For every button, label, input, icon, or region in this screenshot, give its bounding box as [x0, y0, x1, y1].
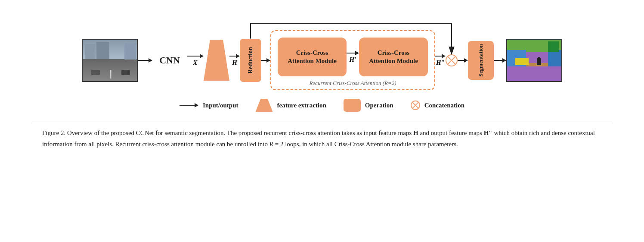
reduction-box: Reduction: [240, 39, 261, 82]
arrow-head-to-output: [502, 58, 506, 63]
arrow-head-x: [200, 54, 204, 58]
attention-box-1: Criss-CrossAttention Module: [278, 38, 347, 76]
caption-middle: and output feature maps: [418, 129, 484, 136]
car-right: [121, 70, 130, 75]
arrow-line-h: [229, 56, 236, 57]
diagram-wrapper: CNN X H: [17, 9, 627, 150]
legend-arrow-head: [195, 103, 198, 107]
legend-trap-shape: [256, 99, 273, 112]
arrow-h-wrapper: H: [229, 54, 240, 66]
legend-concat-label: Concatenation: [424, 102, 464, 109]
caption-suffix2: loops, in which all Criss-Cross Attentio…: [283, 141, 458, 148]
legend-rect-shape: [344, 99, 361, 112]
hprime-label: H′: [350, 56, 356, 63]
segmentation-box: Segmentation: [468, 41, 494, 80]
attention-label-1: Criss-CrossAttention Module: [288, 49, 337, 66]
segmentation-label: Segmentation: [477, 44, 484, 77]
arrow-head-into-dashed: [266, 58, 270, 63]
x-label: X: [193, 59, 197, 66]
arrow-hdouble: [435, 54, 446, 58]
output-image: [506, 39, 562, 82]
arrow-x: [187, 54, 204, 58]
building-left: [85, 44, 96, 59]
arrow-line-x: [187, 56, 200, 57]
hdouble-label: H″: [436, 59, 445, 66]
legend-operation: Operation: [344, 99, 393, 112]
legend-arrow: [180, 103, 198, 107]
seg-car: [515, 58, 529, 65]
arrow-head-to-seg: [464, 58, 468, 63]
arrow-to-output: [494, 58, 506, 63]
arrow-to-cnn: [138, 58, 152, 63]
building-center: [96, 42, 109, 59]
arrow-line-to-output: [494, 60, 502, 61]
arrow-hprime-wrapper: H′: [347, 51, 359, 63]
arrow-hdouble-wrapper: H″: [435, 54, 446, 66]
legend-feature-label: feature extraction: [277, 102, 326, 109]
legend-arrow-line: [180, 105, 195, 106]
seg-person: [537, 57, 541, 65]
caption: Figure 2. Overview of the proposed CCNet…: [42, 128, 602, 150]
concat-circle: [446, 54, 458, 66]
cnn-block: CNN: [152, 55, 187, 66]
attention-label-2: Criss-CrossAttention Module: [369, 49, 418, 66]
arrow-to-seg: [458, 58, 468, 63]
cnn-trapezoid: [204, 40, 229, 81]
legend-input-output-label: Input/output: [203, 102, 238, 109]
arrow-x-wrapper: X: [187, 54, 204, 66]
seg-scene: [507, 40, 561, 81]
h-label: H: [232, 59, 237, 66]
caption-r-eq: R = 2: [269, 141, 284, 148]
arrow-head-hprime: [355, 51, 359, 55]
caption-figure-label: Figure 2. Overview of the proposed CCNet…: [42, 129, 413, 136]
seg-tree: [548, 41, 559, 52]
arrow-line-1: [138, 60, 149, 61]
cnn-label: CNN: [159, 55, 180, 66]
dashed-label: Recurrent Criss-Cross Attention (R=2): [309, 80, 396, 87]
main-container: CNN X H: [0, 0, 644, 158]
arrow-line-hdouble: [435, 56, 442, 57]
legend-feature-extraction: feature extraction: [256, 99, 326, 112]
cnn-trap-wrapper: [204, 40, 229, 81]
car-left: [91, 70, 100, 75]
legend-input-output: Input/output: [180, 102, 238, 109]
arrow-into-dashed: [261, 58, 270, 63]
divider: [32, 122, 611, 122]
main-row: CNN X H: [82, 30, 562, 90]
road-line: [110, 70, 111, 79]
road-scene: [83, 40, 138, 82]
caption-h-bold: H: [413, 129, 418, 136]
arrow-head-1: [149, 58, 152, 63]
dashed-container: Criss-CrossAttention Module H′ Criss-Cro…: [270, 30, 435, 90]
input-image: [82, 39, 138, 82]
building-right: [124, 43, 136, 60]
seg-build-right: [548, 50, 562, 66]
arrow-head-h: [236, 54, 240, 58]
arrow-line-hprime: [347, 53, 355, 53]
attention-box-2: Criss-CrossAttention Module: [359, 38, 428, 76]
legend-concatenation: Concatenation: [411, 101, 464, 110]
arrow-line-to-seg: [458, 60, 464, 61]
arrow-head-hdouble: [442, 54, 446, 58]
legend-concat-shape: [411, 101, 420, 110]
arrow-line-into-dashed: [261, 60, 266, 61]
legend-row: Input/output feature extraction Operatio…: [180, 99, 464, 112]
arrow-hprime: [347, 51, 359, 55]
caption-h2-bold: H″: [484, 129, 492, 136]
arrow-h: [229, 54, 240, 58]
seg-road: [507, 64, 561, 81]
legend-operation-label: Operation: [365, 102, 393, 109]
reduction-label: Reduction: [247, 47, 254, 73]
